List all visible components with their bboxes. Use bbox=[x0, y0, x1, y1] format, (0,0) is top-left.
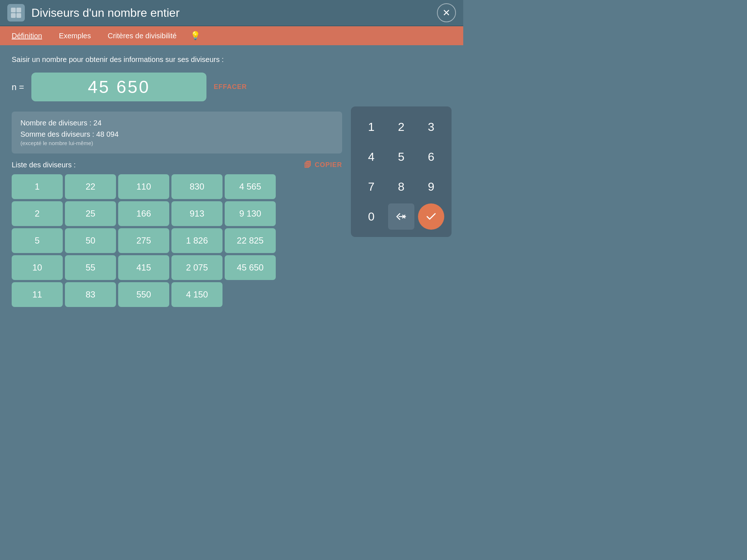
divisor-cell[interactable]: 11 bbox=[12, 282, 63, 307]
close-button[interactable]: ✕ bbox=[437, 3, 456, 22]
num-key-8[interactable]: 8 bbox=[388, 174, 414, 200]
left-panel: Saisir un nombre pour obtenir des inform… bbox=[12, 55, 342, 307]
info-box: Nombre de diviseurs : 24 Somme des divis… bbox=[12, 112, 342, 153]
divisor-cell[interactable]: 550 bbox=[118, 282, 169, 307]
svg-rect-2 bbox=[11, 13, 16, 18]
effacer-button[interactable]: EFFACER bbox=[214, 83, 247, 91]
divisor-cell[interactable]: 1 826 bbox=[171, 228, 222, 253]
divisor-cell[interactable]: 83 bbox=[65, 282, 116, 307]
divisor-cell[interactable]: 830 bbox=[171, 174, 222, 199]
confirm-key[interactable] bbox=[418, 203, 444, 230]
num-key-9[interactable]: 9 bbox=[418, 174, 444, 200]
instruction-text: Saisir un nombre pour obtenir des inform… bbox=[12, 55, 342, 64]
num-key-2[interactable]: 2 bbox=[388, 114, 414, 140]
num-key-0[interactable]: 0 bbox=[358, 203, 384, 230]
title-bar: Diviseurs d'un nombre entier ✕ bbox=[0, 0, 463, 26]
copy-icon: 🗐 bbox=[304, 161, 312, 169]
divisor-cell[interactable]: 55 bbox=[65, 255, 116, 280]
divisor-cell[interactable]: 2 bbox=[12, 201, 63, 226]
divisor-cell[interactable]: 4 150 bbox=[171, 282, 222, 307]
input-row: n = 45 650 EFFACER bbox=[12, 73, 342, 101]
num-key-6[interactable]: 6 bbox=[418, 144, 444, 170]
page-title: Diviseurs d'un nombre entier bbox=[31, 6, 437, 20]
number-display[interactable]: 45 650 bbox=[31, 73, 206, 101]
n-label: n = bbox=[12, 82, 24, 92]
somme-note: (excepté le nombre lui-même) bbox=[20, 140, 333, 146]
divisor-cell[interactable]: 5 bbox=[12, 228, 63, 253]
backspace-key[interactable] bbox=[388, 203, 414, 230]
tab-definition[interactable]: Définition bbox=[9, 30, 45, 42]
tab-criteres[interactable]: Critères de divisibilité bbox=[105, 30, 179, 42]
divisor-cell[interactable]: 25 bbox=[65, 201, 116, 226]
svg-rect-0 bbox=[11, 8, 16, 12]
tab-exemples[interactable]: Exemples bbox=[56, 30, 94, 42]
divisors-header: Liste des diviseurs : 🗐 COPIER bbox=[12, 161, 342, 169]
svg-rect-3 bbox=[16, 13, 21, 18]
num-key-7[interactable]: 7 bbox=[358, 174, 384, 200]
divisor-cell[interactable]: 110 bbox=[118, 174, 169, 199]
copier-button[interactable]: 🗐 COPIER bbox=[304, 161, 342, 169]
divisor-cell[interactable]: 275 bbox=[118, 228, 169, 253]
num-key-1[interactable]: 1 bbox=[358, 114, 384, 140]
divisor-cell[interactable]: 22 825 bbox=[225, 228, 276, 253]
numpad: 1234567890 bbox=[351, 106, 452, 237]
divisor-cell[interactable]: 9 130 bbox=[225, 201, 276, 226]
bulb-icon[interactable]: 💡 bbox=[190, 31, 200, 40]
nombre-diviseurs-line: Nombre de diviseurs : 24 bbox=[20, 119, 333, 127]
divisor-cell[interactable]: 45 650 bbox=[225, 255, 276, 280]
divisor-cell[interactable]: 415 bbox=[118, 255, 169, 280]
divisor-cell[interactable]: 1 bbox=[12, 174, 63, 199]
divisors-title: Liste des diviseurs : bbox=[12, 161, 76, 169]
divisors-grid: 1221108304 5652251669139 1305502751 8262… bbox=[12, 174, 342, 307]
num-key-3[interactable]: 3 bbox=[418, 114, 444, 140]
divisor-cell[interactable]: 50 bbox=[65, 228, 116, 253]
divisor-cell bbox=[225, 282, 276, 307]
divisor-cell[interactable]: 166 bbox=[118, 201, 169, 226]
divisor-cell[interactable]: 2 075 bbox=[171, 255, 222, 280]
num-key-5[interactable]: 5 bbox=[388, 144, 414, 170]
divisor-cell[interactable]: 10 bbox=[12, 255, 63, 280]
num-key-4[interactable]: 4 bbox=[358, 144, 384, 170]
main-content: Saisir un nombre pour obtenir des inform… bbox=[0, 45, 463, 317]
app-icon bbox=[7, 4, 25, 22]
divisor-cell[interactable]: 913 bbox=[171, 201, 222, 226]
divisor-cell[interactable]: 4 565 bbox=[225, 174, 276, 199]
somme-diviseurs-line: Somme des diviseurs : 48 094 bbox=[20, 130, 333, 139]
divisor-cell[interactable]: 22 bbox=[65, 174, 116, 199]
nav-bar: Définition Exemples Critères de divisibi… bbox=[0, 26, 463, 45]
svg-rect-1 bbox=[16, 8, 21, 12]
